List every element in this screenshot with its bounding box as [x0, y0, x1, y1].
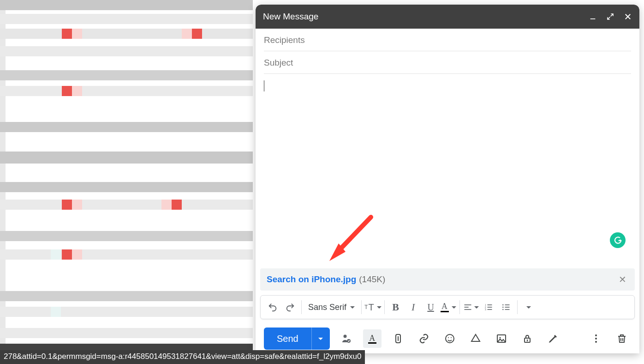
bold-icon[interactable]: B [388, 299, 404, 315]
svg-point-14 [502, 304, 504, 306]
align-icon[interactable] [463, 299, 479, 315]
grammarly-icon[interactable] [610, 232, 626, 248]
redo-icon[interactable] [282, 299, 298, 315]
attachment-chip[interactable]: Search on iPhone.jpg (145K) ✕ [260, 268, 635, 291]
compose-action-bar: Send A [256, 319, 639, 353]
ink-pen-icon[interactable] [544, 329, 562, 348]
close-icon[interactable] [624, 12, 632, 21]
send-options-icon[interactable] [311, 328, 330, 350]
compose-window: New Message [256, 5, 639, 353]
insert-photo-icon[interactable] [492, 329, 511, 348]
compose-header: New Message [256, 5, 639, 29]
confidential-mode-icon[interactable] [518, 329, 537, 348]
send-button[interactable]: Send [264, 328, 330, 350]
attachment-remove-icon[interactable]: ✕ [617, 274, 628, 285]
numbered-list-icon[interactable]: 123 [480, 299, 497, 315]
svg-point-21 [446, 334, 454, 343]
svg-point-30 [595, 334, 597, 336]
subject-field[interactable] [264, 51, 631, 74]
italic-icon[interactable]: I [405, 299, 422, 315]
drive-icon[interactable] [466, 329, 485, 348]
discard-draft-icon[interactable] [613, 329, 631, 348]
more-formatting-icon[interactable] [520, 299, 537, 315]
font-size-icon[interactable]: TT [364, 299, 382, 315]
inbox-background [0, 0, 253, 364]
svg-point-16 [502, 309, 504, 310]
insert-link-icon[interactable] [415, 329, 433, 348]
svg-point-17 [343, 335, 346, 338]
attach-file-icon[interactable] [389, 329, 407, 348]
recipients-input[interactable] [264, 35, 631, 45]
svg-point-31 [595, 338, 597, 340]
browser-status-bar: 278&attid=0.1&permmsgid=msg-a:r445850149… [0, 350, 365, 364]
svg-marker-24 [471, 334, 480, 341]
minimize-icon[interactable] [589, 12, 597, 21]
font-family-select[interactable]: Sans Serif [304, 303, 358, 312]
svg-point-26 [499, 337, 501, 339]
svg-point-22 [448, 337, 449, 338]
subject-input[interactable] [264, 58, 631, 68]
undo-icon[interactable] [264, 299, 281, 315]
compose-title: New Message [263, 12, 589, 22]
formatting-toolbar: Sans Serif TT B I U A 123 [260, 295, 635, 319]
attachment-name: Search on iPhone.jpg [267, 274, 356, 285]
svg-marker-1 [329, 243, 346, 261]
compose-body[interactable] [256, 74, 639, 268]
svg-text:3: 3 [484, 308, 486, 311]
text-color-icon[interactable]: A [440, 299, 457, 315]
underline-icon[interactable]: U [423, 299, 439, 315]
svg-point-32 [595, 341, 597, 343]
svg-rect-0 [590, 18, 596, 19]
bulleted-list-icon[interactable] [498, 299, 514, 315]
recipients-field[interactable] [264, 29, 631, 51]
emoji-icon[interactable] [441, 329, 459, 348]
annotation-arrow [320, 212, 376, 268]
svg-point-23 [451, 337, 452, 338]
signature-icon[interactable] [337, 329, 356, 348]
fullscreen-icon[interactable] [606, 12, 614, 21]
more-options-icon[interactable] [587, 329, 605, 348]
attachment-size: (145K) [359, 274, 385, 285]
formatting-toggle-icon[interactable]: A [363, 329, 382, 348]
svg-point-15 [502, 307, 504, 308]
